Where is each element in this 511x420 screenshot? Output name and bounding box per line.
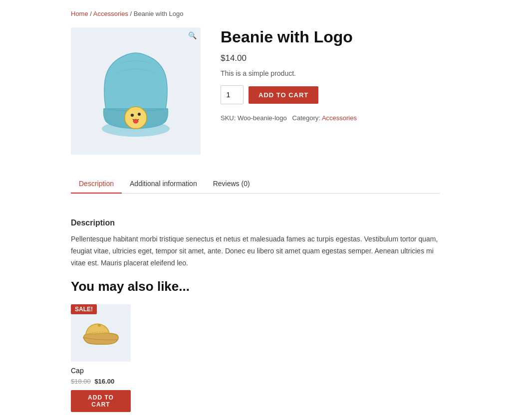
svg-point-4 [133, 119, 138, 123]
category-label: Category: [292, 114, 320, 122]
product-short-description: This is a simple product. [221, 69, 440, 77]
sku-label: SKU: [221, 114, 236, 122]
product-new-price: $16.00 [94, 378, 114, 385]
quantity-input[interactable] [221, 85, 244, 104]
svg-point-3 [138, 113, 141, 116]
description-heading: Description [71, 218, 440, 227]
cap-image [81, 317, 121, 349]
tab-description[interactable]: Description [71, 175, 122, 194]
add-to-cart-row: ADD TO CART [221, 85, 440, 104]
related-heading: You may also like... [71, 279, 440, 294]
breadcrumb-home[interactable]: Home [71, 10, 88, 17]
breadcrumb-accessories[interactable]: Accessories [93, 10, 128, 17]
product-image-wrapper: 🔍 [71, 27, 201, 155]
page-wrapper: Home / Accessories / Beanie with Logo 🔍 [56, 0, 455, 420]
product-card-prices: $18.00 $16.00 [71, 378, 131, 385]
product-card: SALE! Cap [71, 304, 131, 412]
breadcrumb: Home / Accessories / Beanie with Logo [71, 10, 440, 17]
sale-badge: SALE! [71, 304, 97, 314]
product-details: Beanie with Logo $14.00 This is a simple… [221, 27, 440, 155]
product-title: Beanie with Logo [221, 27, 440, 46]
tab-content-description: Description Pellentesque habitant morbi … [71, 209, 440, 279]
product-card-name: Cap [71, 367, 131, 375]
product-section: 🔍 [71, 27, 440, 155]
sku-value: Woo-beanie-logo [238, 114, 287, 122]
zoom-icon[interactable]: 🔍 [188, 31, 197, 39]
tabs-section: Description Additional information Revie… [71, 175, 440, 194]
card-add-to-cart-button[interactable]: ADD TO CART [71, 390, 131, 412]
svg-point-1 [125, 107, 147, 129]
product-meta: SKU: Woo-beanie-logo Category: Accessori… [221, 114, 440, 122]
tab-reviews[interactable]: Reviews (0) [205, 175, 258, 194]
tabs-nav: Description Additional information Revie… [71, 175, 440, 193]
svg-point-5 [98, 324, 101, 327]
category-link[interactable]: Accessories [322, 114, 357, 122]
description-body: Pellentesque habitant morbi tristique se… [71, 233, 440, 269]
add-to-cart-button[interactable]: ADD TO CART [249, 86, 318, 104]
product-old-price: $18.00 [71, 378, 91, 385]
product-price: $14.00 [221, 53, 440, 63]
product-image [96, 44, 176, 139]
breadcrumb-current: Beanie with Logo [134, 10, 184, 17]
tab-additional-info[interactable]: Additional information [122, 175, 205, 194]
related-products: SALE! Cap [71, 304, 440, 412]
product-card-image: SALE! [71, 304, 131, 362]
related-section: You may also like... SALE! [71, 279, 440, 412]
